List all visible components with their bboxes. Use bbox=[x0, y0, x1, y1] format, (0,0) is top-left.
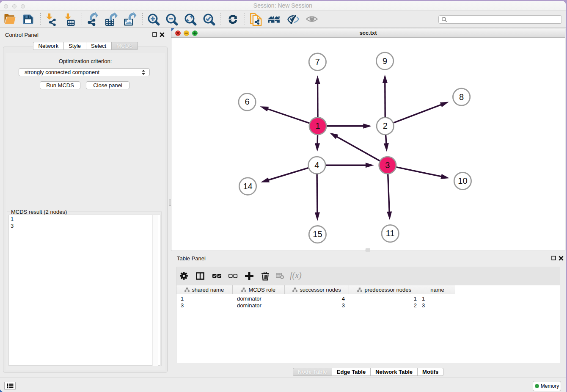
svg-text:2: 2 bbox=[383, 121, 388, 130]
svg-text:9: 9 bbox=[383, 56, 387, 66]
svg-text:7: 7 bbox=[315, 57, 320, 66]
svg-text:11: 11 bbox=[386, 229, 395, 238]
svg-text:8: 8 bbox=[459, 92, 464, 102]
svg-text:10: 10 bbox=[458, 176, 467, 185]
svg-text:15: 15 bbox=[313, 229, 322, 239]
svg-text:1: 1 bbox=[316, 121, 320, 130]
svg-text:14: 14 bbox=[243, 182, 252, 191]
svg-text:6: 6 bbox=[245, 97, 250, 106]
svg-text:3: 3 bbox=[385, 160, 390, 170]
svg-text:4: 4 bbox=[314, 160, 319, 170]
